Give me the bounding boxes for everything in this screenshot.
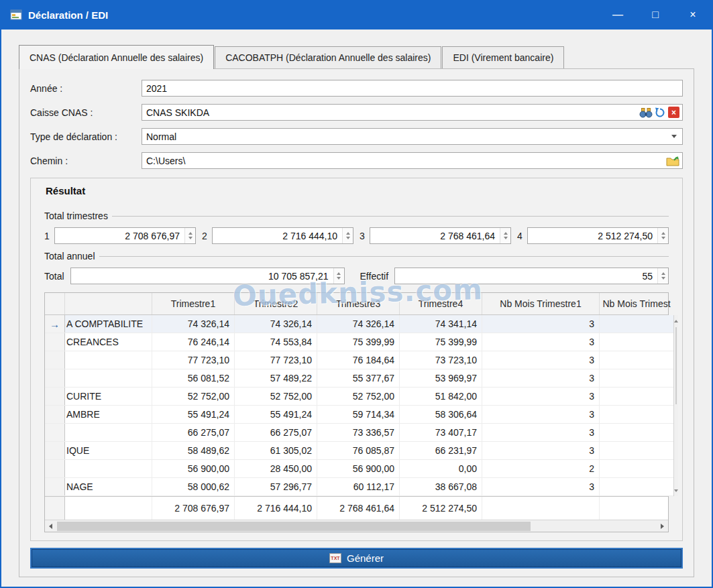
trimestre-field-1: 12 708 676,97 bbox=[44, 227, 196, 244]
tab-strip: CNAS (Déclaration Annuelle des salaires)… bbox=[19, 44, 694, 68]
row-header bbox=[45, 442, 65, 459]
browse-folder-button[interactable] bbox=[666, 156, 679, 166]
chemin-input[interactable] bbox=[146, 153, 664, 168]
cell-name: NAGE bbox=[65, 478, 152, 495]
column-header[interactable]: Nb Mois Trimestre1 bbox=[482, 293, 600, 314]
table-row[interactable]: CURITE52 752,0052 752,0052 752,0051 842,… bbox=[45, 388, 673, 406]
summary-value: 2 512 274,50 bbox=[400, 497, 482, 520]
table-row[interactable]: 56 900,0028 450,0056 900,000,002 bbox=[45, 460, 673, 478]
trimestre-input-3[interactable]: 2 768 461,64 bbox=[370, 227, 511, 244]
clear-caisse-button[interactable]: × bbox=[668, 107, 679, 118]
table-row[interactable]: 56 081,5257 489,2255 377,6753 969,973 bbox=[45, 369, 673, 388]
cell-value: 74 341,14 bbox=[400, 315, 482, 333]
scroll-right-button[interactable] bbox=[657, 520, 668, 532]
effectif-label: Effectif bbox=[360, 271, 389, 282]
total-trimestres-group-header: Total trimestres bbox=[44, 211, 669, 221]
type-combobox[interactable]: Normal bbox=[142, 128, 683, 145]
window-title: Déclaration / EDI bbox=[28, 9, 108, 21]
annee-input[interactable] bbox=[146, 80, 679, 96]
summary-row-header bbox=[45, 497, 65, 520]
hscroll-thumb[interactable] bbox=[57, 522, 531, 531]
generer-button[interactable]: TXT Générer bbox=[32, 549, 681, 567]
row-header bbox=[45, 424, 65, 441]
total-spinner[interactable] bbox=[333, 268, 344, 284]
cell-value: 61 305,02 bbox=[235, 442, 317, 459]
column-header[interactable]: Trimestre4 bbox=[400, 293, 482, 314]
caisse-input[interactable] bbox=[146, 105, 637, 120]
grid-hscrollbar[interactable] bbox=[45, 520, 668, 532]
type-value: Normal bbox=[146, 131, 671, 142]
close-button[interactable]: × bbox=[674, 0, 712, 30]
cell-value: 55 491,24 bbox=[235, 406, 317, 423]
trimestre-input-2[interactable]: 2 716 444,10 bbox=[212, 227, 353, 244]
caisse-field: × bbox=[142, 104, 683, 121]
cell-nb-mois-2 bbox=[600, 478, 673, 495]
vscroll-thumb[interactable] bbox=[675, 327, 677, 404]
cell-nb-mois: 3 bbox=[482, 442, 600, 459]
column-header[interactable]: Trimestre2 bbox=[235, 293, 317, 314]
cell-value: 52 752,00 bbox=[152, 388, 235, 405]
cell-value: 58 489,62 bbox=[152, 442, 235, 459]
titlebar: Déclaration / EDI — □ × bbox=[1, 0, 712, 30]
cell-nb-mois: 3 bbox=[482, 406, 600, 423]
spinner[interactable] bbox=[500, 228, 510, 243]
row-header bbox=[45, 333, 65, 351]
trimestre-input-4[interactable]: 2 512 274,50 bbox=[527, 227, 669, 244]
column-header[interactable]: Trimestre3 bbox=[317, 293, 400, 314]
generer-wrap: TXT Générer bbox=[30, 549, 683, 567]
cell-nb-mois: 3 bbox=[482, 351, 600, 369]
column-header[interactable] bbox=[65, 293, 152, 314]
column-header[interactable] bbox=[45, 293, 65, 314]
column-header[interactable]: Nb Mois Trimest bbox=[600, 293, 673, 314]
cell-value: 0,00 bbox=[400, 460, 482, 477]
cell-value: 73 723,10 bbox=[400, 351, 482, 369]
tab-cacobatph[interactable]: CACOBATPH (Déclaration Annuelle des sala… bbox=[215, 46, 441, 68]
search-binoculars-button[interactable] bbox=[639, 107, 653, 118]
cell-value: 73 336,57 bbox=[317, 424, 400, 441]
column-header[interactable]: Trimestre1 bbox=[152, 293, 235, 314]
effectif-value: 55 bbox=[395, 268, 657, 284]
table-row[interactable]: CREANCES76 246,1474 553,8475 399,9975 39… bbox=[45, 333, 673, 351]
vscroll-track[interactable] bbox=[674, 405, 678, 485]
cell-nb-mois: 3 bbox=[482, 315, 600, 333]
maximize-button[interactable]: □ bbox=[637, 0, 674, 30]
scroll-up-button[interactable] bbox=[674, 315, 678, 327]
resultat-body: Total trimestres 12 708 676,9722 716 444… bbox=[31, 202, 682, 540]
total-annuel-input[interactable]: 10 705 857,21 bbox=[70, 268, 345, 284]
cell-value: 52 752,00 bbox=[317, 388, 400, 405]
table-row[interactable]: 66 275,0766 275,0773 336,5773 407,173 bbox=[45, 424, 673, 442]
row-header bbox=[45, 351, 65, 369]
spinner[interactable] bbox=[184, 228, 195, 243]
minimize-button[interactable]: — bbox=[599, 0, 637, 30]
cell-value: 57 489,22 bbox=[235, 369, 317, 387]
tab-edi[interactable]: EDI (Virement bancaire) bbox=[442, 46, 564, 68]
table-row[interactable]: 77 723,1077 723,1076 184,6473 723,103 bbox=[45, 351, 673, 369]
spinner[interactable] bbox=[342, 228, 353, 243]
cell-nb-mois: 3 bbox=[482, 369, 600, 387]
cell-name bbox=[65, 369, 152, 387]
grid-vscrollbar[interactable] bbox=[673, 315, 678, 496]
table-row[interactable]: NAGE58 000,6257 296,7760 112,1738 667,08… bbox=[45, 478, 673, 496]
table-row[interactable]: →A COMPTABILITE74 326,1474 326,1474 326,… bbox=[45, 315, 673, 333]
caisse-label: Caisse CNAS : bbox=[30, 107, 142, 118]
trimestre-input-1[interactable]: 2 708 676,97 bbox=[54, 227, 196, 244]
trimestre-value: 2 768 461,64 bbox=[370, 228, 500, 243]
scroll-down-button[interactable] bbox=[674, 485, 678, 496]
spinner[interactable] bbox=[657, 228, 668, 243]
total-label: Total bbox=[44, 271, 64, 282]
annee-field bbox=[142, 80, 683, 97]
table-row[interactable]: IQUE58 489,6261 305,0276 085,8766 231,97… bbox=[45, 442, 673, 460]
cell-name bbox=[65, 351, 152, 369]
tab-cnas[interactable]: CNAS (Déclaration Annuelle des salaires) bbox=[19, 45, 214, 69]
effectif-input[interactable]: 55 bbox=[394, 268, 669, 284]
table-row[interactable]: AMBRE55 491,2455 491,2459 714,3458 306,6… bbox=[45, 406, 673, 424]
type-label: Type de déclaration : bbox=[30, 131, 142, 142]
effectif-spinner[interactable] bbox=[657, 268, 668, 284]
cell-name: AMBRE bbox=[65, 406, 152, 423]
current-row-arrow: → bbox=[50, 319, 60, 329]
scroll-left-button[interactable] bbox=[45, 520, 56, 532]
group-line bbox=[99, 256, 669, 257]
cell-nb-mois: 3 bbox=[482, 388, 600, 405]
refresh-button[interactable] bbox=[655, 107, 665, 118]
cell-value: 74 326,14 bbox=[235, 315, 317, 333]
